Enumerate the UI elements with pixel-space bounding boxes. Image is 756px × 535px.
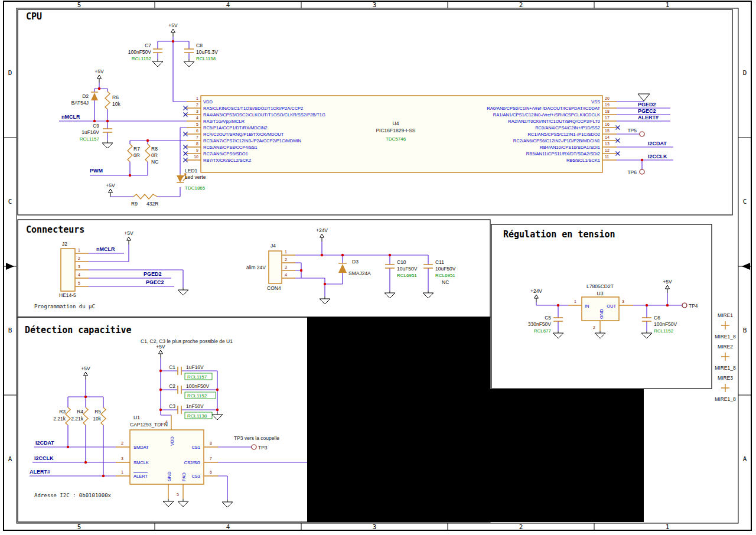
redacted-area — [307, 317, 490, 522]
frame-col: 4 — [226, 1, 230, 9]
frame-arrow-left — [6, 263, 14, 270]
u3-pin-num: 3 — [622, 299, 624, 304]
p5v-label: +5V — [124, 230, 133, 236]
regulation-section-title: Régulation en tension — [503, 229, 615, 240]
u4-pin-num: 18 — [605, 109, 610, 113]
r6-resistor[interactable]: R6 10k — [105, 92, 120, 109]
r8-value: 0R — [151, 152, 158, 158]
u4-pin-num: 13 — [605, 142, 610, 146]
r4-resistor[interactable]: R4 2.21k — [71, 407, 88, 425]
p5v-label: +5V — [81, 366, 90, 371]
c1-code: RCL1157 — [187, 374, 207, 380]
mire1-name: MIRE1 — [718, 312, 733, 318]
u4-code: TDC5746 — [386, 136, 406, 142]
p5v-label: +5V — [106, 182, 115, 188]
c10-value: 10uF50V — [397, 266, 418, 272]
net-label-i2cclk: I2CCLK — [34, 455, 54, 461]
tp5-testpoint[interactable]: TP5 — [627, 128, 644, 136]
c7-code: RCL1152 — [132, 56, 152, 61]
tp6-label: TP6 — [627, 169, 637, 175]
tp4-testpoint[interactable]: TP4 — [682, 303, 698, 309]
j2-connector[interactable]: J2 HE14-5 1 2 3 4 5 — [59, 241, 89, 298]
net-label-i2cdat: I2CDAT — [35, 440, 54, 446]
p5v-arrow — [666, 285, 670, 293]
u4-pin-name: RC6/AN8/CPS8/CCP4/SS1 — [203, 145, 258, 150]
u1-pin-num: 5 — [177, 492, 179, 497]
frame-col: 3 — [373, 523, 377, 531]
u1-pin-num: 6 — [210, 470, 212, 474]
p5v-label: +5V — [156, 344, 165, 350]
frame-row: B — [743, 327, 747, 334]
net-label-pgec2: PGEC2 — [638, 108, 656, 114]
p24v-label: +24V — [530, 288, 542, 294]
r7-resistor[interactable]: R7 0R — [128, 144, 140, 162]
c2-capacitor[interactable]: C2 100nF50V RCL1152 — [169, 383, 216, 399]
u4-pin-name: RC3/AN7/CPS7/C12IN3-/P2A/CCP2/P1C/MDMIN — [203, 138, 301, 143]
mire3-fp: MIRE1_8 — [715, 396, 736, 402]
u4-pin-name: VDD — [203, 99, 213, 105]
net-label-i2cclk: I2CCLK — [648, 154, 667, 159]
u1-pin-num: 7 — [210, 456, 212, 461]
fiducial-cross-icon — [721, 384, 729, 392]
r6-value: 10k — [112, 101, 120, 107]
c9-value: 1uF16V — [82, 129, 99, 135]
tp3-testpoint[interactable]: TP3 — [252, 445, 268, 451]
tp6-testpoint[interactable]: TP6 — [627, 169, 644, 175]
u4-pin-num: 5 — [196, 122, 198, 126]
mire2-name: MIRE2 — [718, 344, 733, 350]
p5v-arrow — [127, 237, 131, 244]
c2-value: 100nF50V — [186, 383, 210, 389]
u4-pin-num: 7 — [196, 135, 198, 139]
detection-section-title: Détection capacitive — [25, 325, 132, 335]
p24v-arrow — [320, 234, 324, 242]
c5-capacitor[interactable]: C5 330nF50V RCL677 — [528, 315, 563, 334]
r5-resistor[interactable]: R5 10k — [93, 407, 106, 425]
c1-capacitor[interactable]: C1 1uF16V RCL1157 — [169, 364, 212, 380]
r9-resistor[interactable]: R9 432R — [131, 194, 158, 207]
frame-col: 4 — [226, 523, 230, 531]
gnd-symbol — [320, 296, 330, 304]
d2-diode[interactable]: D2 BAT54J — [71, 92, 98, 106]
u1-cap1293[interactable]: U1 CAP1293_TDFN 2 3 1 SMDAT SMCLK ALERT … — [116, 415, 218, 499]
alim24v-note: alim 24V — [246, 265, 266, 270]
u4-pin-num: 16 — [605, 122, 610, 126]
c6-capacitor[interactable]: C6 100nF50V RCL1152 — [642, 315, 677, 334]
regulation-section: +24V +5V L7805CD2T U3 IN OUT GND 1 3 2 C… — [528, 279, 736, 402]
j2-caption: Programmation du µC — [34, 304, 95, 309]
r8-nc-note: NC — [151, 159, 158, 165]
u1-value: CAP1293_TDFN — [130, 422, 168, 428]
u3-regulator[interactable]: L7805CD2T U3 IN OUT GND 1 3 2 — [568, 283, 633, 331]
net-label-pged2: PGED2 — [638, 102, 656, 107]
frame-row: A — [8, 455, 12, 463]
frame-col: 3 — [373, 1, 377, 9]
gnd-symbol — [423, 291, 434, 298]
u1-ref: U1 — [133, 415, 140, 420]
j4-connector[interactable]: J4 CON4 1 2 3 4 — [267, 243, 295, 291]
c3-code: RCL1138 — [187, 413, 207, 419]
d3-tvs-diode[interactable]: D3 SMAJ24A — [338, 259, 371, 276]
u4-ref: U4 — [393, 120, 399, 126]
c6-code: RCL1152 — [654, 328, 674, 334]
frame-row: A — [743, 455, 747, 463]
u4-pin-num: 19 — [605, 103, 610, 107]
r8-resistor[interactable]: R8 0R NC — [145, 144, 158, 165]
r3-resistor[interactable]: R3 2.21k — [53, 407, 70, 425]
u3-value: L7805CD2T — [586, 283, 614, 289]
c7-capacitor[interactable]: C7 100nF50V RCL1152 — [128, 43, 162, 61]
u4-pic16f1829[interactable]: U4 PIC16F1829-I-SS TDC5746 1 2 3 4 5 6 7… — [184, 96, 620, 172]
u3-pin-in: IN — [585, 304, 589, 309]
u4-pin-name: RB6/SCL1/SCK1 — [566, 158, 600, 163]
r5-value: 10k — [93, 416, 101, 422]
u4-pin-name: RA3/T1G/Vpp/MCLR — [203, 119, 245, 124]
r4-ref: R4 — [77, 409, 83, 415]
u4-pin-num: 20 — [605, 96, 610, 100]
p5v-arrow — [159, 350, 163, 358]
frame-row: B — [8, 327, 12, 334]
c3-capacitor[interactable]: C3 1nF50V RCL1138 — [169, 403, 212, 419]
u4-pin-name: RB4/AN10/CPS10/SDA1/SDI1 — [540, 145, 600, 150]
gnd-symbol — [222, 500, 233, 507]
u4-pin-name: RC2/AN6/CPS6/C12IN2-/P1D/P2B/MDCIN1 — [513, 138, 600, 143]
p5v-label: +5V — [168, 22, 178, 28]
frame-row: D — [8, 69, 12, 77]
u4-pin-num: 1 — [196, 96, 198, 100]
